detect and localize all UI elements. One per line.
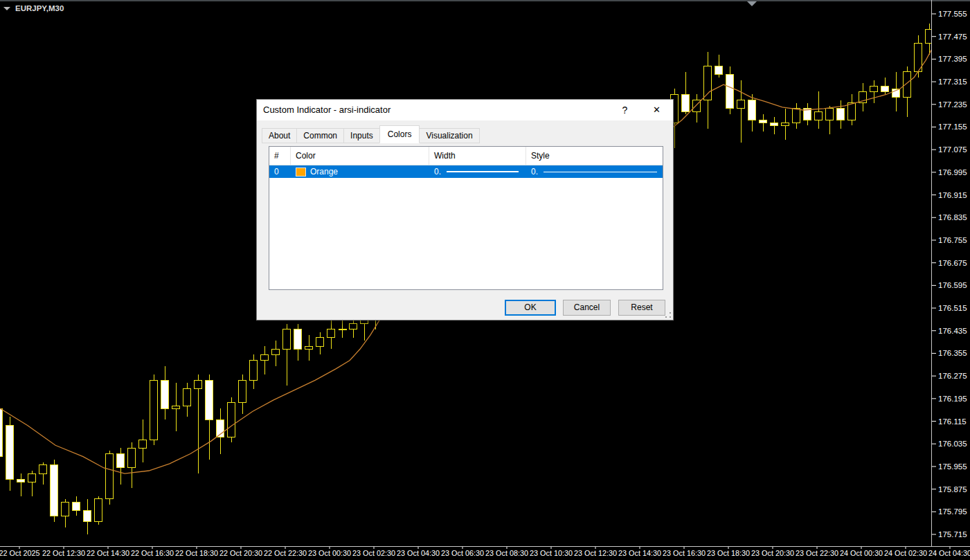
svg-text:23 Oct 04:30: 23 Oct 04:30 [397,549,440,557]
svg-text:175.795: 175.795 [938,507,967,516]
color-name: Orange [310,167,338,177]
svg-text:176.915: 176.915 [938,191,967,199]
svg-text:22 Oct 22:30: 22 Oct 22:30 [264,549,307,557]
svg-text:177.475: 177.475 [938,33,967,41]
col-header-num: # [269,147,291,165]
svg-text:24 Oct 00:30: 24 Oct 00:30 [840,549,883,557]
tab-about[interactable]: About [262,128,297,143]
svg-text:176.755: 176.755 [938,236,967,244]
svg-text:177.235: 177.235 [938,100,967,109]
svg-text:23 Oct 20:30: 23 Oct 20:30 [751,549,794,557]
svg-text:23 Oct 08:30: 23 Oct 08:30 [485,549,528,557]
tab-colors[interactable]: Colors [379,125,420,143]
row-index: 0 [269,165,291,178]
style-preview-line [544,172,657,172]
svg-text:22 Oct 16:30: 22 Oct 16:30 [131,549,174,557]
row-style-cell[interactable]: 0. [526,165,663,178]
reset-button[interactable]: Reset [618,300,665,316]
svg-text:176.435: 176.435 [938,327,967,335]
cancel-button[interactable]: Cancel [563,300,611,316]
dialog-title: Custom Indicator - arsi-indicator [263,100,390,120]
svg-text:24 Oct 04:30: 24 Oct 04:30 [928,549,970,557]
col-header-style: Style [526,147,663,165]
svg-text:23 Oct 06:30: 23 Oct 06:30 [441,549,484,557]
svg-text:22 Oct 2025: 22 Oct 2025 [0,549,39,557]
svg-text:176.355: 176.355 [938,349,967,357]
row-width-cell[interactable]: 0. [429,165,526,178]
svg-text:23 Oct 12:30: 23 Oct 12:30 [574,549,617,557]
svg-text:23 Oct 14:30: 23 Oct 14:30 [618,549,661,557]
ok-button[interactable]: OK [505,300,556,316]
window-top-edge [0,0,970,1]
chart-window: 177.555177.475177.395177.315177.235177.1… [0,0,970,560]
svg-text:175.715: 175.715 [938,530,967,539]
svg-text:176.195: 176.195 [938,395,967,403]
symbol-period-label[interactable]: EURJPY,M30 [15,4,64,12]
width-value: 0. [434,167,441,177]
colors-table[interactable]: # Color Width Style 0 Orange 0. 0. [269,146,663,290]
width-preview-line [447,171,519,172]
svg-text:177.315: 177.315 [938,78,967,86]
svg-text:23 Oct 22:30: 23 Oct 22:30 [796,549,838,557]
svg-text:23 Oct 16:30: 23 Oct 16:30 [663,549,706,557]
tab-inputs[interactable]: Inputs [343,128,380,143]
svg-text:176.035: 176.035 [938,440,967,448]
svg-text:177.395: 177.395 [938,55,967,63]
svg-text:176.675: 176.675 [938,259,967,267]
svg-text:177.075: 177.075 [938,145,967,154]
svg-text:177.555: 177.555 [938,10,967,18]
dialog-tabs: AboutCommonInputsColorsVisualization [262,125,479,142]
color-swatch [296,168,306,177]
col-header-width: Width [429,147,526,165]
row-color-cell[interactable]: Orange [291,165,429,178]
col-header-color: Color [291,147,429,165]
svg-text:22 Oct 12:30: 22 Oct 12:30 [42,549,85,557]
svg-text:176.515: 176.515 [938,304,967,312]
tab-common[interactable]: Common [296,128,344,143]
svg-text:177.155: 177.155 [938,123,967,131]
svg-text:176.995: 176.995 [938,168,967,177]
tab-visualization[interactable]: Visualization [419,128,479,143]
resize-grip[interactable] [665,311,672,318]
svg-text:23 Oct 00:30: 23 Oct 00:30 [308,549,351,557]
style-value: 0. [531,167,538,177]
svg-text:176.275: 176.275 [938,372,967,380]
svg-text:22 Oct 14:30: 22 Oct 14:30 [87,549,129,557]
time-axis[interactable]: 22 Oct 202522 Oct 12:3022 Oct 14:3022 Oc… [0,547,970,557]
svg-text:24 Oct 02:30: 24 Oct 02:30 [884,549,927,557]
table-header: # Color Width Style [269,147,663,165]
svg-text:176.835: 176.835 [938,213,967,222]
table-row[interactable]: 0 Orange 0. 0. [269,165,663,178]
svg-text:175.875: 175.875 [938,485,967,494]
svg-text:23 Oct 02:30: 23 Oct 02:30 [352,549,395,557]
help-button[interactable]: ? [609,100,640,120]
dialog-titlebar[interactable]: Custom Indicator - arsi-indicator ? ✕ [257,100,673,120]
indicator-properties-dialog: Custom Indicator - arsi-indicator ? ✕ Ab… [256,99,674,320]
svg-text:23 Oct 18:30: 23 Oct 18:30 [707,549,750,557]
svg-text:176.595: 176.595 [938,281,967,289]
close-icon[interactable]: ✕ [640,100,673,120]
svg-text:22 Oct 20:30: 22 Oct 20:30 [219,549,262,557]
svg-text:175.955: 175.955 [938,462,967,471]
svg-text:23 Oct 10:30: 23 Oct 10:30 [530,549,573,557]
svg-text:176.115: 176.115 [938,417,967,426]
svg-text:22 Oct 18:30: 22 Oct 18:30 [175,549,218,557]
